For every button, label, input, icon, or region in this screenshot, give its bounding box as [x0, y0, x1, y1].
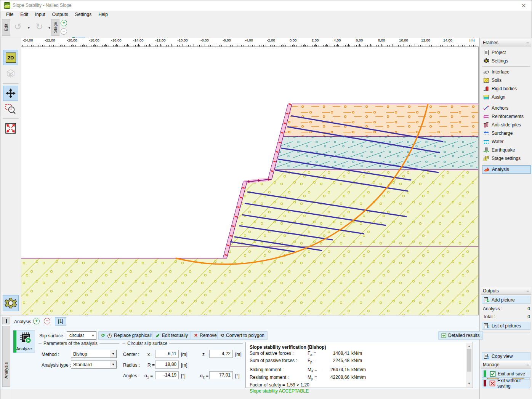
outputs-header[interactable]: Outputs –: [481, 287, 531, 295]
list-of-pictures-button[interactable]: List of pictures: [482, 322, 530, 330]
list-of-pictures-icon: [484, 323, 490, 329]
menu-input[interactable]: Input: [32, 11, 49, 18]
remove-button[interactable]: ✕ Remove: [191, 331, 220, 340]
frame-item-project[interactable]: Project: [482, 48, 531, 57]
exit-and-save-button[interactable]: Exit and save: [482, 370, 530, 378]
menu-edit[interactable]: Edit: [17, 11, 32, 18]
analyze-button[interactable]: Analyze: [13, 330, 35, 353]
x-eq-label: x =: [147, 352, 154, 357]
ruler-minor-tick: [226, 45, 226, 46]
remove-analysis-button[interactable]: −: [44, 318, 50, 324]
outputs-minimize-icon[interactable]: –: [526, 289, 529, 292]
copy-view-button[interactable]: Copy view: [482, 352, 530, 360]
undo-icon[interactable]: ↺: [14, 22, 22, 31]
menu-file[interactable]: File: [3, 11, 17, 18]
convert-to-polygon-button[interactable]: ⟲ Convert to polygon: [217, 331, 268, 340]
ruler-minor-tick: [338, 45, 339, 46]
ruler-minor-tick: [191, 45, 191, 46]
ruler-minor-tick: [248, 45, 248, 46]
stage-settings-icon: 21: [483, 155, 489, 161]
frame-item-interface[interactable]: Interface: [482, 68, 531, 76]
ruler-minor-tick: [244, 45, 244, 46]
menu-outputs[interactable]: Outputs: [49, 11, 72, 18]
radius-field[interactable]: 18,80: [155, 361, 179, 369]
scroll-down-icon[interactable]: ▼: [466, 381, 472, 387]
discard-x-icon: [489, 380, 495, 386]
slip-surface-select[interactable]: circular ▼: [67, 331, 96, 340]
add-picture-button[interactable]: Add picture: [482, 296, 530, 304]
results-scrollbar[interactable]: ▲ ▼: [466, 343, 472, 387]
redo-icon[interactable]: ↻: [35, 22, 43, 31]
frame-item-anchors[interactable]: Anchors: [482, 104, 531, 112]
replace-graphically-button[interactable]: ⟳ Replace graphically: [98, 331, 157, 340]
ruler-minor-tick: [314, 45, 315, 46]
menu-settings[interactable]: Settings: [72, 11, 95, 18]
edit-tool-tab[interactable]: Edit: [2, 19, 10, 36]
convert-icon: ⟲: [220, 333, 224, 338]
remove-stage-button[interactable]: −: [61, 28, 67, 35]
ruler-minor-tick: [146, 45, 147, 46]
alpha2-field[interactable]: 77,01: [209, 371, 233, 379]
frame-item-analysis[interactable]: Analysis: [482, 165, 531, 174]
undo-dropdown-icon[interactable]: ▼: [27, 26, 30, 30]
add-stage-button[interactable]: +: [61, 20, 67, 26]
zoom-window-button[interactable]: [3, 102, 18, 117]
ruler-major-tick: [61, 44, 61, 46]
ruler-minor-tick: [42, 45, 43, 46]
frame-item-earthquake[interactable]: Earthquake: [482, 146, 531, 154]
window-title: Slope Stability - Nailed Slope: [13, 3, 72, 8]
ruler-major-tick: [415, 44, 415, 46]
frame-item-assign[interactable]: Assign: [482, 93, 531, 101]
ruler-major-tick: [227, 44, 227, 46]
chevron-down-icon: ▼: [91, 334, 95, 337]
frame-item-soils[interactable]: Soils: [482, 76, 531, 85]
ruler-minor-tick: [429, 45, 429, 46]
redo-dropdown-icon[interactable]: ▼: [48, 26, 51, 30]
project-icon: [483, 49, 489, 56]
water-icon: [483, 139, 489, 145]
exit-without-saving-button[interactable]: Exit without saving: [482, 379, 530, 387]
pan-button[interactable]: [3, 86, 18, 101]
frame-item-settings[interactable]: Settings: [482, 57, 531, 65]
panel-collapse-handle[interactable]: ❙: [2, 317, 10, 324]
frames-minimize-icon[interactable]: –: [526, 41, 529, 44]
ruler: -24,00-22,00-20,00-18,00-16,00-14,00-12,…: [21, 38, 479, 47]
fit-to-screen-button[interactable]: [3, 121, 18, 136]
ruler-minor-tick: [122, 45, 122, 46]
drawing-area[interactable]: [21, 47, 479, 315]
analysis-1-tab[interactable]: [1]: [55, 317, 66, 326]
stage-tool-tab[interactable]: Stage: [51, 19, 59, 36]
edit-textually-button[interactable]: Edit textually: [152, 331, 191, 340]
rigid-bodies-icon: [483, 86, 489, 92]
ruler-minor-tick: [29, 45, 29, 46]
ruler-minor-tick: [266, 45, 266, 46]
frame-item-stage-settings[interactable]: 21 Stage settings: [482, 154, 531, 163]
manage-header[interactable]: Manage –: [481, 361, 531, 369]
center-z-field[interactable]: 4,22: [209, 350, 233, 358]
ruler-minor-tick: [387, 45, 388, 46]
frame-item-anti-slide-piles[interactable]: Anti-slide piles: [482, 121, 531, 129]
center-x-field[interactable]: -6,11: [155, 350, 179, 358]
ruler-minor-tick: [109, 45, 109, 46]
manage-minimize-icon[interactable]: –: [526, 363, 529, 366]
close-button[interactable]: ✕: [519, 2, 528, 10]
method-select[interactable]: Bishop ▼: [71, 350, 117, 358]
alpha1-field[interactable]: -14,19: [155, 371, 179, 379]
angles-label: Angles :: [123, 373, 139, 378]
ruler-minor-tick: [53, 45, 54, 46]
frames-header[interactable]: Frames –: [481, 39, 531, 46]
frame-item-water[interactable]: Water: [482, 137, 531, 146]
frame-item-rigid-bodies[interactable]: Rigid bodies: [482, 85, 531, 93]
add-analysis-button[interactable]: +: [33, 318, 40, 324]
view-2d-button[interactable]: 2D: [3, 50, 18, 65]
menu-help[interactable]: Help: [95, 11, 111, 18]
frame-item-label: Interface: [492, 69, 510, 75]
analysis-type-select[interactable]: Standard ▼: [71, 361, 117, 369]
view-3d-button[interactable]: 3D: [3, 66, 18, 81]
frame-item-surcharge[interactable]: Surcharge: [482, 129, 531, 137]
scrollbar-thumb[interactable]: [467, 349, 471, 372]
analysis-panel-tab[interactable]: Analysis: [2, 326, 10, 387]
detailed-results-button[interactable]: Detailed results: [438, 331, 483, 340]
drawing-settings-button[interactable]: [3, 295, 19, 311]
frame-item-reinforcements[interactable]: Reinforcements: [482, 112, 531, 121]
